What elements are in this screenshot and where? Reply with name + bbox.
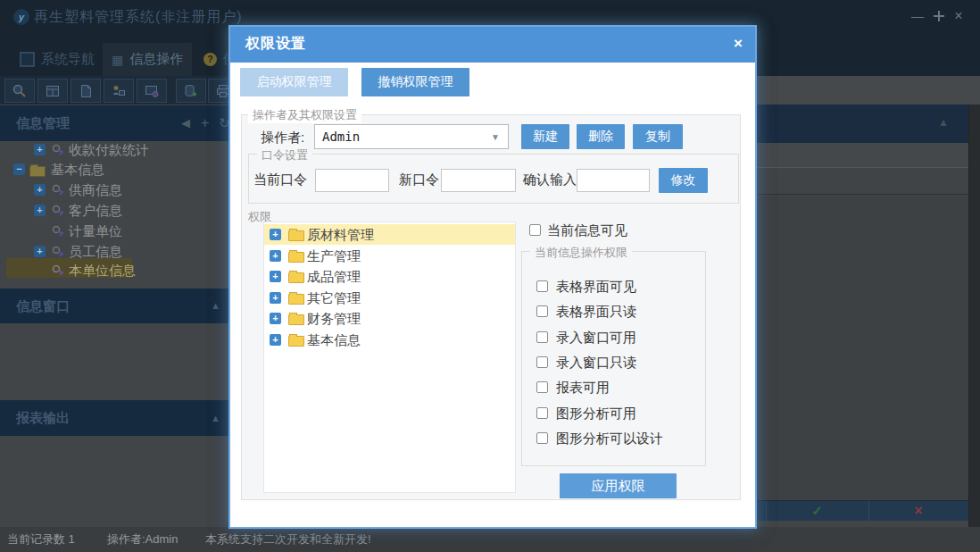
expand-plus-icon[interactable]: +: [34, 205, 46, 216]
expand-plus-icon[interactable]: +: [270, 313, 281, 324]
perm-item-label: 生产管理: [307, 248, 361, 265]
revoke-permission-button[interactable]: 撤销权限管理: [361, 68, 469, 96]
perm-tree-item-finished-goods[interactable]: + 成品管理: [264, 266, 515, 287]
cancel-button[interactable]: ×: [868, 501, 968, 521]
current-operator: 操作者:Admin: [107, 527, 178, 552]
perm-tree-item-basic-info[interactable]: + 基本信息: [264, 330, 515, 350]
refresh-icon[interactable]: ↻: [219, 105, 230, 141]
table-icon[interactable]: [37, 79, 68, 103]
collapse-minus-icon[interactable]: −: [13, 163, 25, 175]
new-operator-button[interactable]: 新建: [521, 124, 569, 149]
window-icon: [20, 52, 35, 67]
window-close-button[interactable]: ×: [950, 7, 968, 25]
permissions-tree: + 原材料管理 + 生产管理 + 成品管理 + 其它管理 +: [263, 222, 516, 493]
document-icon[interactable]: [71, 79, 101, 103]
expand-plus-icon[interactable]: +: [270, 271, 281, 282]
tree-item-payment-stats[interactable]: + 收款付款统计: [0, 140, 230, 160]
close-icon[interactable]: ×: [734, 35, 743, 53]
expand-plus-icon[interactable]: +: [34, 184, 46, 196]
item-icon: [52, 205, 64, 217]
operator-label: 操作者:: [261, 130, 304, 146]
expand-plus-icon[interactable]: +: [270, 250, 281, 262]
perm-item-label: 原材料管理: [307, 227, 374, 244]
perm-tree-item-production[interactable]: + 生产管理: [264, 246, 515, 266]
tab-label: 信息操作: [129, 51, 183, 68]
perm-tree-item-raw-material[interactable]: + 原材料管理: [264, 224, 515, 245]
database-add-icon[interactable]: [176, 79, 206, 103]
collapse-up-icon[interactable]: ▲: [211, 289, 220, 323]
collapse-up-icon[interactable]: ▲: [211, 400, 220, 436]
new-password-field[interactable]: [441, 169, 516, 192]
current-password-field[interactable]: [315, 169, 389, 192]
graph-design-checkbox[interactable]: [536, 432, 548, 444]
current-info-visible-label: 当前信息可见: [547, 222, 627, 239]
tree-item-employee-info[interactable]: + 员工信息: [0, 242, 230, 262]
expand-plus-icon[interactable]: +: [270, 334, 281, 346]
copy-operator-button[interactable]: 复制: [633, 124, 683, 149]
perm-item-label: 其它管理: [307, 290, 361, 307]
person-card-icon[interactable]: [104, 79, 134, 103]
collapse-up-icon[interactable]: ▲: [938, 116, 949, 129]
entry-window-readonly-checkbox[interactable]: [536, 356, 548, 368]
search-icon[interactable]: [4, 79, 35, 103]
window-globe-icon[interactable]: [137, 79, 167, 103]
collapse-left-icon[interactable]: ◀: [181, 105, 190, 141]
tab-system-navigation[interactable]: 系统导航: [11, 43, 104, 76]
checkbox-label: 表格界面只读: [556, 304, 636, 321]
panel-header-info-management[interactable]: 信息管理 ◀ + ↻: [0, 105, 230, 141]
confirm-button[interactable]: ✓: [766, 501, 868, 521]
perm-item-label: 成品管理: [307, 269, 361, 286]
password-legend: 口令设置: [257, 147, 312, 163]
expand-plus-icon[interactable]: +: [270, 292, 281, 304]
panel-header-info-window[interactable]: 信息窗口 ▲: [0, 289, 230, 323]
checkbox-label: 图形分析可以设计: [556, 431, 663, 447]
tree-item-label: 收款付款统计: [69, 142, 149, 159]
dialog-header[interactable]: 权限设置 ×: [230, 27, 755, 63]
current-password-label: 当前口令: [253, 171, 307, 188]
graph-enabled-checkbox[interactable]: [536, 407, 548, 419]
grid-visible-checkbox[interactable]: [536, 280, 548, 292]
minimize-button[interactable]: —: [909, 7, 926, 25]
tree-item-customer-info[interactable]: + 客户信息: [0, 201, 230, 221]
expand-plus-icon[interactable]: +: [34, 144, 46, 155]
tree-item-measure-unit[interactable]: 计量单位: [0, 222, 230, 241]
delete-operator-button[interactable]: 删除: [577, 124, 625, 149]
folder-icon: [288, 336, 304, 347]
perm-item-label: 财务管理: [307, 311, 361, 328]
current-info-visible-checkbox[interactable]: [529, 224, 541, 236]
enable-permission-button[interactable]: 启动权限管理: [240, 68, 348, 96]
vertical-scrollbar[interactable]: [968, 105, 980, 527]
tab-info-operation[interactable]: ▦ 信息操作: [103, 43, 192, 76]
tree-item-supplier-info[interactable]: + 供商信息: [0, 180, 230, 200]
entry-window-enabled-checkbox[interactable]: [536, 331, 548, 343]
operator-combobox[interactable]: Admin ▼: [314, 124, 509, 149]
expand-plus-icon[interactable]: +: [34, 246, 46, 257]
folder-icon: [288, 230, 304, 241]
permission-settings-dialog: 权限设置 × 启动权限管理 撤销权限管理 操作者及其权限设置 操作者: Admi…: [230, 27, 755, 527]
tree-item-basic-info[interactable]: − 基本信息: [0, 160, 230, 180]
dropdown-arrow-icon[interactable]: ▼: [491, 132, 500, 142]
application-window: y 再生塑料管理系统(非注册用户) — × 系统导航 ▦ 信息操作 ? 使 ▲: [0, 0, 980, 552]
confirm-password-field[interactable]: [577, 169, 650, 192]
report-enabled-checkbox[interactable]: [536, 381, 548, 393]
perm-tree-item-other[interactable]: + 其它管理: [264, 288, 515, 308]
op-permission-legend: 当前信息操作权限: [530, 245, 632, 261]
checkbox-label: 录入窗口可用: [556, 330, 636, 347]
item-icon: [52, 225, 64, 238]
panel-title: 信息窗口: [16, 298, 70, 314]
panel-title: 信息管理: [16, 115, 70, 130]
apply-permissions-button[interactable]: 应用权限: [560, 473, 677, 498]
tree-item-own-unit-info-selected[interactable]: 本单位信息: [0, 261, 230, 280]
add-icon[interactable]: +: [201, 105, 209, 141]
tree-item-label: 基本信息: [51, 162, 104, 179]
modify-password-button[interactable]: 修改: [659, 168, 708, 193]
operator-value: Admin: [322, 130, 360, 144]
restore-icon[interactable]: [934, 11, 944, 21]
perm-tree-item-finance[interactable]: + 财务管理: [264, 308, 515, 329]
panel-header-report-output[interactable]: 报表输出 ▲: [0, 400, 230, 436]
expand-plus-icon[interactable]: +: [270, 229, 281, 240]
permissions-label: 权限: [248, 209, 271, 225]
grid-readonly-checkbox[interactable]: [536, 305, 548, 317]
item-icon: [52, 144, 64, 156]
checkbox-label: 图形分析可用: [556, 406, 636, 422]
